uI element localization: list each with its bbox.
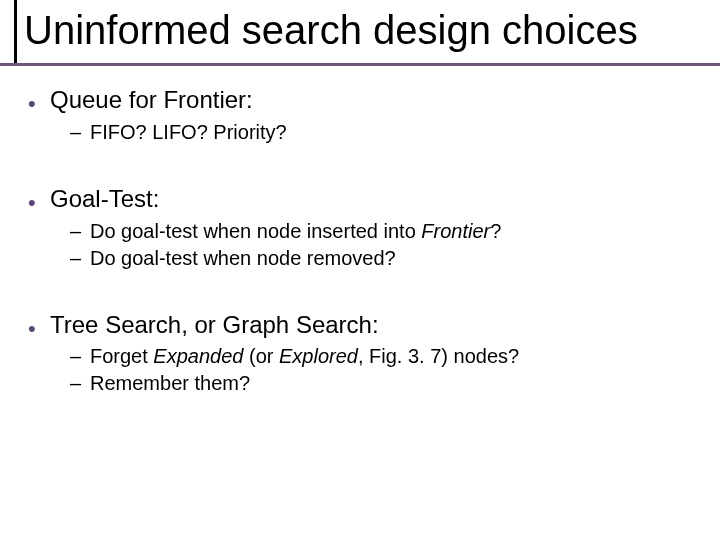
title-accent-vertical (14, 0, 17, 66)
list-item: – Do goal-test when node removed? (70, 246, 688, 271)
slide-title: Uninformed search design choices (24, 8, 638, 53)
list-item: – Forget Expanded (or Explored, Fig. 3. … (70, 344, 688, 369)
dash-icon: – (70, 372, 90, 395)
bullet-icon: • (28, 93, 50, 115)
item-text: Do goal-test when node inserted into Fro… (90, 219, 501, 244)
dash-icon: – (70, 345, 90, 368)
dash-icon: – (70, 121, 90, 144)
list-item: – Remember them? (70, 371, 688, 396)
section-queue: • Queue for Frontier: – FIFO? LIFO? Prio… (28, 86, 688, 145)
section-heading: Queue for Frontier: (50, 86, 253, 115)
item-text: FIFO? LIFO? Priority? (90, 120, 287, 145)
item-text: Do goal-test when node removed? (90, 246, 396, 271)
section-goal-test: • Goal-Test: – Do goal-test when node in… (28, 185, 688, 271)
section-heading: Goal-Test: (50, 185, 159, 214)
item-text: Forget Expanded (or Explored, Fig. 3. 7)… (90, 344, 519, 369)
section-heading: Tree Search, or Graph Search: (50, 311, 379, 340)
section-tree-graph: • Tree Search, or Graph Search: – Forget… (28, 311, 688, 397)
dash-icon: – (70, 247, 90, 270)
bullet-icon: • (28, 192, 50, 214)
item-text: Remember them? (90, 371, 250, 396)
dash-icon: – (70, 220, 90, 243)
bullet-icon: • (28, 318, 50, 340)
list-item: – FIFO? LIFO? Priority? (70, 120, 688, 145)
title-accent-horizontal (0, 63, 720, 66)
list-item: – Do goal-test when node inserted into F… (70, 219, 688, 244)
slide-content: • Queue for Frontier: – FIFO? LIFO? Prio… (28, 86, 688, 402)
